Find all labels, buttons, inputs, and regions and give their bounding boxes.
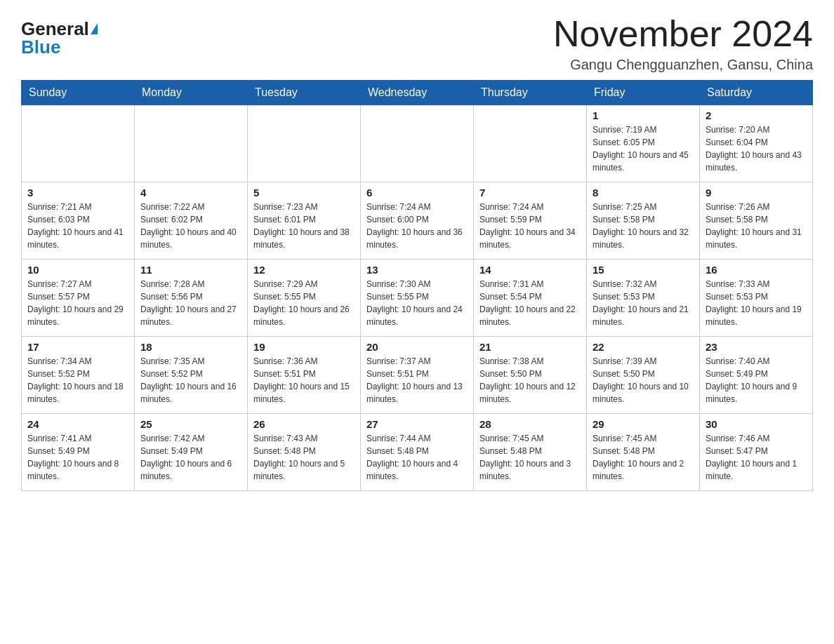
- day-number: 29: [593, 418, 694, 430]
- day-info: Sunrise: 7:38 AM Sunset: 5:50 PM Dayligh…: [479, 355, 581, 405]
- calendar-cell: 8Sunrise: 7:25 AM Sunset: 5:58 PM Daylig…: [587, 182, 700, 260]
- day-info: Sunrise: 7:28 AM Sunset: 5:56 PM Dayligh…: [140, 278, 241, 328]
- calendar-cell: 2Sunrise: 7:20 AM Sunset: 6:04 PM Daylig…: [700, 105, 813, 182]
- calendar-cell: [361, 105, 474, 182]
- calendar-cell: 1Sunrise: 7:19 AM Sunset: 6:05 PM Daylig…: [587, 105, 700, 182]
- week-row-5: 24Sunrise: 7:41 AM Sunset: 5:49 PM Dayli…: [22, 414, 813, 491]
- day-info: Sunrise: 7:29 AM Sunset: 5:55 PM Dayligh…: [253, 278, 355, 328]
- day-number: 14: [479, 264, 581, 276]
- day-info: Sunrise: 7:39 AM Sunset: 5:50 PM Dayligh…: [593, 355, 694, 405]
- weekday-header-friday: Friday: [587, 81, 700, 105]
- weekday-header-saturday: Saturday: [700, 81, 813, 105]
- calendar-cell: 30Sunrise: 7:46 AM Sunset: 5:47 PM Dayli…: [700, 414, 813, 491]
- calendar-cell: 25Sunrise: 7:42 AM Sunset: 5:49 PM Dayli…: [135, 414, 248, 491]
- day-number: 23: [706, 341, 807, 353]
- calendar-cell: [22, 105, 135, 182]
- calendar-cell: 13Sunrise: 7:30 AM Sunset: 5:55 PM Dayli…: [361, 260, 474, 337]
- calendar-cell: 11Sunrise: 7:28 AM Sunset: 5:56 PM Dayli…: [135, 260, 248, 337]
- day-info: Sunrise: 7:30 AM Sunset: 5:55 PM Dayligh…: [366, 278, 468, 328]
- calendar-cell: 7Sunrise: 7:24 AM Sunset: 5:59 PM Daylig…: [474, 182, 587, 260]
- month-title: November 2024: [553, 14, 813, 54]
- calendar-cell: 28Sunrise: 7:45 AM Sunset: 5:48 PM Dayli…: [474, 414, 587, 491]
- day-number: 3: [27, 187, 128, 199]
- day-info: Sunrise: 7:45 AM Sunset: 5:48 PM Dayligh…: [593, 432, 694, 483]
- day-info: Sunrise: 7:19 AM Sunset: 6:05 PM Dayligh…: [593, 123, 694, 174]
- calendar-cell: 18Sunrise: 7:35 AM Sunset: 5:52 PM Dayli…: [135, 337, 248, 414]
- header: General Blue November 2024 Gangu Chenggu…: [21, 14, 813, 73]
- day-number: 6: [366, 187, 468, 199]
- day-number: 21: [479, 341, 581, 353]
- day-number: 26: [253, 418, 355, 430]
- day-number: 17: [27, 341, 128, 353]
- calendar-cell: 29Sunrise: 7:45 AM Sunset: 5:48 PM Dayli…: [587, 414, 700, 491]
- calendar-cell: 6Sunrise: 7:24 AM Sunset: 6:00 PM Daylig…: [361, 182, 474, 260]
- day-info: Sunrise: 7:24 AM Sunset: 6:00 PM Dayligh…: [366, 201, 468, 251]
- day-number: 5: [253, 187, 355, 199]
- day-number: 11: [140, 264, 241, 276]
- logo-general-text: General: [21, 20, 89, 38]
- calendar-cell: 27Sunrise: 7:44 AM Sunset: 5:48 PM Dayli…: [361, 414, 474, 491]
- location-text: Gangu Chengguanzhen, Gansu, China: [553, 57, 813, 73]
- logo: General Blue: [21, 20, 98, 56]
- calendar-cell: 23Sunrise: 7:40 AM Sunset: 5:49 PM Dayli…: [700, 337, 813, 414]
- day-info: Sunrise: 7:44 AM Sunset: 5:48 PM Dayligh…: [366, 432, 468, 483]
- logo-blue-text: Blue: [21, 38, 60, 56]
- day-info: Sunrise: 7:23 AM Sunset: 6:01 PM Dayligh…: [253, 201, 355, 251]
- day-info: Sunrise: 7:33 AM Sunset: 5:53 PM Dayligh…: [706, 278, 807, 328]
- day-number: 20: [366, 341, 468, 353]
- day-number: 27: [366, 418, 468, 430]
- day-number: 8: [593, 187, 694, 199]
- day-number: 4: [140, 187, 241, 199]
- day-info: Sunrise: 7:32 AM Sunset: 5:53 PM Dayligh…: [593, 278, 694, 328]
- calendar-cell: 5Sunrise: 7:23 AM Sunset: 6:01 PM Daylig…: [248, 182, 361, 260]
- calendar-cell: [474, 105, 587, 182]
- day-info: Sunrise: 7:21 AM Sunset: 6:03 PM Dayligh…: [27, 201, 128, 251]
- week-row-2: 3Sunrise: 7:21 AM Sunset: 6:03 PM Daylig…: [22, 182, 813, 260]
- calendar-cell: 21Sunrise: 7:38 AM Sunset: 5:50 PM Dayli…: [474, 337, 587, 414]
- calendar-cell: 9Sunrise: 7:26 AM Sunset: 5:58 PM Daylig…: [700, 182, 813, 260]
- week-row-3: 10Sunrise: 7:27 AM Sunset: 5:57 PM Dayli…: [22, 260, 813, 337]
- calendar-cell: 17Sunrise: 7:34 AM Sunset: 5:52 PM Dayli…: [22, 337, 135, 414]
- day-number: 12: [253, 264, 355, 276]
- week-row-1: 1Sunrise: 7:19 AM Sunset: 6:05 PM Daylig…: [22, 105, 813, 182]
- calendar-cell: 26Sunrise: 7:43 AM Sunset: 5:48 PM Dayli…: [248, 414, 361, 491]
- day-number: 24: [27, 418, 128, 430]
- calendar-cell: 14Sunrise: 7:31 AM Sunset: 5:54 PM Dayli…: [474, 260, 587, 337]
- day-info: Sunrise: 7:40 AM Sunset: 5:49 PM Dayligh…: [706, 355, 807, 405]
- day-info: Sunrise: 7:34 AM Sunset: 5:52 PM Dayligh…: [27, 355, 128, 405]
- day-info: Sunrise: 7:20 AM Sunset: 6:04 PM Dayligh…: [706, 123, 807, 174]
- logo-triangle-icon: [91, 23, 98, 34]
- calendar-cell: 15Sunrise: 7:32 AM Sunset: 5:53 PM Dayli…: [587, 260, 700, 337]
- day-info: Sunrise: 7:36 AM Sunset: 5:51 PM Dayligh…: [253, 355, 355, 405]
- day-number: 13: [366, 264, 468, 276]
- day-number: 9: [706, 187, 807, 199]
- day-info: Sunrise: 7:41 AM Sunset: 5:49 PM Dayligh…: [27, 432, 128, 483]
- calendar-cell: 16Sunrise: 7:33 AM Sunset: 5:53 PM Dayli…: [700, 260, 813, 337]
- weekday-header-thursday: Thursday: [474, 81, 587, 105]
- day-number: 15: [593, 264, 694, 276]
- day-number: 1: [593, 109, 694, 121]
- calendar-cell: 10Sunrise: 7:27 AM Sunset: 5:57 PM Dayli…: [22, 260, 135, 337]
- weekday-header-monday: Monday: [135, 81, 248, 105]
- day-number: 18: [140, 341, 241, 353]
- day-info: Sunrise: 7:46 AM Sunset: 5:47 PM Dayligh…: [706, 432, 807, 483]
- calendar-cell: [248, 105, 361, 182]
- calendar-cell: 22Sunrise: 7:39 AM Sunset: 5:50 PM Dayli…: [587, 337, 700, 414]
- day-number: 7: [479, 187, 581, 199]
- weekday-header-row: SundayMondayTuesdayWednesdayThursdayFrid…: [22, 81, 813, 105]
- weekday-header-sunday: Sunday: [22, 81, 135, 105]
- calendar-cell: 19Sunrise: 7:36 AM Sunset: 5:51 PM Dayli…: [248, 337, 361, 414]
- day-number: 22: [593, 341, 694, 353]
- calendar-cell: 12Sunrise: 7:29 AM Sunset: 5:55 PM Dayli…: [248, 260, 361, 337]
- calendar-table: SundayMondayTuesdayWednesdayThursdayFrid…: [21, 80, 813, 491]
- day-number: 30: [706, 418, 807, 430]
- day-info: Sunrise: 7:22 AM Sunset: 6:02 PM Dayligh…: [140, 201, 241, 251]
- day-info: Sunrise: 7:25 AM Sunset: 5:58 PM Dayligh…: [593, 201, 694, 251]
- calendar-cell: 20Sunrise: 7:37 AM Sunset: 5:51 PM Dayli…: [361, 337, 474, 414]
- calendar-cell: [135, 105, 248, 182]
- day-info: Sunrise: 7:35 AM Sunset: 5:52 PM Dayligh…: [140, 355, 241, 405]
- day-info: Sunrise: 7:27 AM Sunset: 5:57 PM Dayligh…: [27, 278, 128, 328]
- weekday-header-tuesday: Tuesday: [248, 81, 361, 105]
- week-row-4: 17Sunrise: 7:34 AM Sunset: 5:52 PM Dayli…: [22, 337, 813, 414]
- day-number: 10: [27, 264, 128, 276]
